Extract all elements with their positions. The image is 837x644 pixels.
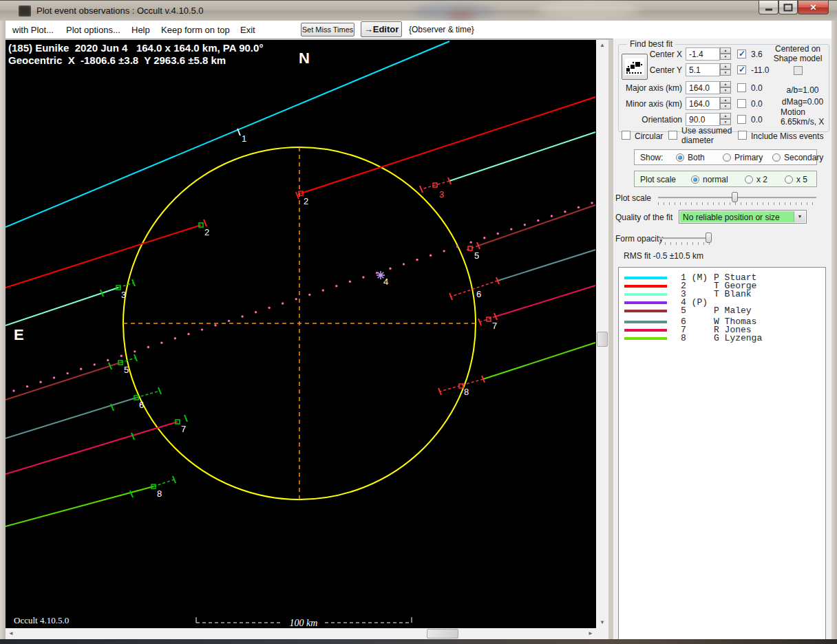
set-miss-times-button[interactable]: Set Miss Times — [301, 23, 354, 36]
predicted-path-dot — [524, 224, 526, 226]
center-y-lock-checkbox[interactable] — [737, 65, 746, 74]
scroll-right-icon[interactable]: ► — [585, 628, 596, 639]
maximize-button[interactable] — [778, 1, 798, 14]
occult-version-label: Occult 4.10.5.0 — [14, 615, 69, 626]
plot-scale-normal-radio[interactable] — [691, 175, 699, 184]
shape-model-checkbox[interactable] — [794, 66, 803, 75]
plot-scale-options-box: Plot scale normal x 2 x 5 — [634, 171, 817, 187]
legend-row[interactable]: 5P Maley — [619, 307, 825, 316]
minor-axis-input[interactable]: 164.0 — [686, 97, 720, 110]
plot-scale-x5-label: x 5 — [796, 175, 807, 184]
vertical-scrollbar-thumb[interactable] — [597, 332, 608, 347]
predicted-path-dot — [469, 241, 472, 243]
scroll-up-icon[interactable]: ▲ — [596, 40, 608, 51]
plot-area[interactable]: 41223355667788100 km (185) Eunike 2020 J… — [6, 40, 596, 628]
center-x-lock-checkbox[interactable] — [737, 50, 746, 58]
minor-axis-stepper[interactable]: ▲▼ — [720, 97, 731, 110]
chord-label: 6 — [476, 289, 481, 299]
menu-exit[interactable]: Exit — [240, 25, 255, 35]
editor-button[interactable]: →Editor — [361, 21, 402, 37]
center-y-input[interactable]: 5.1 — [686, 63, 720, 76]
chord-label: 2 — [304, 196, 308, 206]
chord-label: 1 — [242, 133, 246, 144]
plot-scale-slider-ticks — [658, 202, 816, 205]
minimize-button[interactable] — [759, 1, 778, 14]
chord-line-3 — [449, 132, 595, 181]
predicted-path-dot — [53, 376, 55, 378]
legend-color-swatch — [624, 293, 667, 296]
ab-ratio-label: a/b=1.00 — [778, 85, 827, 95]
form-opacity-slider-thumb[interactable] — [706, 233, 712, 243]
plot-scale-x5-radio[interactable] — [785, 175, 793, 184]
chevron-down-icon[interactable]: ▼ — [794, 211, 805, 222]
menu-keep-on-top[interactable]: Keep form on top — [161, 25, 230, 35]
chord-uncertainty-dash — [451, 281, 498, 297]
north-label: N — [299, 50, 310, 67]
chord-uncertainty-dash — [421, 181, 449, 189]
minor-axis-err-label: 0.0 — [751, 99, 763, 109]
chord-uncertainty-dash — [153, 480, 174, 486]
plot-scale-slider-thumb[interactable] — [732, 192, 738, 202]
major-axis-stepper[interactable]: ▲▼ — [720, 81, 731, 94]
legend-row[interactable]: 8G Lyzenga — [619, 334, 825, 343]
orientation-input[interactable]: 90.0 — [686, 113, 720, 126]
predicted-path-dot — [107, 359, 109, 361]
scroll-left-icon[interactable]: ◄ — [6, 628, 17, 639]
predicted-path-dot — [214, 324, 216, 326]
chord-line-2 — [6, 225, 201, 288]
menu-bar: with Plot... Plot options... Help Keep f… — [1, 21, 836, 39]
major-axis-input[interactable]: 164.0 — [686, 81, 720, 94]
show-primary-radio[interactable] — [723, 153, 731, 162]
window-border-left — [0, 21, 6, 639]
orientation-lock-checkbox[interactable] — [737, 115, 746, 124]
predicted-path-dot — [120, 355, 123, 357]
quality-label: Quality of the fit — [615, 213, 672, 222]
center-x-stepper[interactable]: ▲▼ — [720, 47, 731, 61]
form-opacity-slider-track[interactable] — [659, 237, 711, 239]
use-assumed-label: Use assumed — [681, 126, 732, 136]
center-y-err-label: -11.0 — [751, 65, 769, 75]
chord-line-6 — [498, 250, 595, 281]
use-assumed-diameter-checkbox[interactable] — [668, 131, 677, 140]
observer-legend-list[interactable]: 1 (M)P Stuart2T George3T Blank4 (P)5P Ma… — [618, 267, 826, 640]
menu-plot-options[interactable]: Plot options... — [66, 25, 120, 35]
quality-dropdown[interactable]: No reliable position or size ▼ — [679, 210, 807, 224]
predicted-path-dot — [228, 320, 230, 322]
scalebar-label: 100 km — [290, 618, 318, 628]
predicted-path-dot — [537, 219, 539, 222]
predicted-path-dot — [268, 307, 270, 309]
minor-axis-lock-checkbox[interactable] — [737, 99, 746, 108]
predicted-path-dot — [510, 228, 512, 230]
menu-help[interactable]: Help — [131, 25, 150, 35]
major-axis-err-label: 0.0 — [751, 83, 763, 93]
legend-color-swatch — [624, 301, 667, 304]
rms-fit-label: RMS fit -0.5 ±10.5 km — [624, 251, 703, 261]
center-x-input[interactable]: -1.4 — [686, 47, 720, 61]
center-x-err-label: 3.6 — [751, 50, 763, 59]
show-secondary-radio[interactable] — [772, 153, 781, 162]
close-button[interactable]: ✕ — [798, 1, 829, 14]
vertical-scrollbar[interactable]: ▲ ▼ — [596, 40, 608, 628]
center-y-stepper[interactable]: ▲▼ — [720, 63, 731, 76]
include-miss-events-checkbox[interactable] — [738, 131, 747, 140]
horizontal-scrollbar[interactable]: ◄ ► — [6, 628, 596, 639]
orientation-label: Orientation — [613, 115, 682, 125]
show-both-radio[interactable] — [676, 153, 684, 162]
form-opacity-label: Form opacity — [615, 234, 663, 244]
fit-control-panel: Find best fit Center X -1.4 ▲▼ 3.6 Cente… — [613, 39, 832, 639]
orientation-stepper[interactable]: ▲▼ — [720, 113, 731, 126]
title-bar[interactable]: Plot event observations : Occult v.4.10.… — [0, 0, 837, 21]
show-primary-label: Primary — [734, 153, 763, 162]
quality-value: No reliable position or size — [680, 211, 794, 222]
scroll-down-icon[interactable]: ▼ — [596, 617, 608, 628]
predicted-path-dot — [308, 294, 310, 296]
orientation-err-label: 0.0 — [751, 115, 763, 125]
motion-label: Motion — [781, 107, 805, 117]
menu-with-plot[interactable]: with Plot... — [12, 25, 54, 35]
horizontal-scrollbar-thumb[interactable] — [427, 629, 458, 638]
major-axis-lock-checkbox[interactable] — [737, 83, 746, 92]
circular-checkbox[interactable] — [622, 131, 631, 140]
plot-scale-x2-radio[interactable] — [745, 175, 753, 184]
close-icon: ✕ — [809, 3, 816, 12]
predicted-path-dot — [591, 202, 593, 204]
